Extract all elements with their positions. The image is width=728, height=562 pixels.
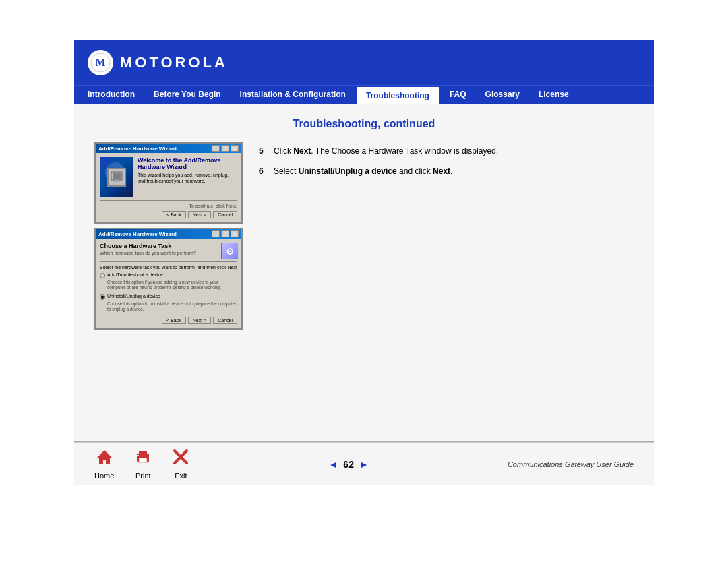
home-icon xyxy=(96,448,113,470)
step-6-number: 6 xyxy=(259,165,268,177)
nav-item-introduction[interactable]: Introduction xyxy=(78,86,144,104)
step-6-text: Select Uninstall/Unplug a device and cli… xyxy=(274,165,452,177)
print-label: Print xyxy=(135,472,151,480)
dialog2-option2-label: Uninstall/Unplug a device xyxy=(107,294,160,299)
dialog1-footer-note: To continue, click Next. xyxy=(100,204,237,208)
dialog2-option2[interactable]: Uninstall/Unplug a device xyxy=(100,294,237,300)
content-area: Troubleshooting, continued Add/Remove Ha… xyxy=(74,104,654,441)
page-number: 62 xyxy=(343,459,354,470)
dialog1-buttons: < Back Next > Cancel xyxy=(100,211,237,218)
svg-text:⚙: ⚙ xyxy=(226,246,235,257)
motorola-logo-symbol: M xyxy=(88,50,113,75)
dialog2-option2-sub: Choose this option to uninstall a device… xyxy=(107,301,237,313)
nav-item-before-you-begin[interactable]: Before You Begin xyxy=(144,86,231,104)
dialog2-separator xyxy=(100,261,237,262)
nav-item-faq[interactable]: FAQ xyxy=(440,86,476,104)
dialog1-titlebar-buttons: _ □ × xyxy=(212,145,239,152)
dialog1-back-button[interactable]: < Back xyxy=(162,211,186,218)
dialog2-title: Add/Remove Hardware Wizard xyxy=(98,231,177,237)
footer-center: ◄ 62 ► xyxy=(328,459,368,470)
home-label: Home xyxy=(94,472,114,480)
dialog1-title: Add/Remove Hardware Wizard xyxy=(98,146,177,152)
step-6-bold1: Uninstall/Unplug a device xyxy=(299,166,397,176)
dialog2-subtitle: Which hardware task do you want to perfo… xyxy=(100,251,196,255)
step-6: 6 Select Uninstall/Unplug a device and c… xyxy=(259,165,634,177)
dialog1-header-area: Welcome to the Add/Remove Hardware Wizar… xyxy=(100,157,237,197)
maximize-button[interactable]: □ xyxy=(221,145,229,152)
exit-nav-item[interactable]: Exit xyxy=(172,448,189,480)
dialog1-body: Welcome to the Add/Remove Hardware Wizar… xyxy=(96,153,241,222)
dialog2-instruction: Select the hardware task you want to per… xyxy=(100,265,237,270)
dialog1-body-text: This wizard helps you add, remove, unplu… xyxy=(138,172,237,184)
dialog2: Add/Remove Hardware Wizard _ □ × Choose … xyxy=(94,228,243,330)
dialog1-wizard-icon xyxy=(100,157,133,197)
dialog1-inner-icon xyxy=(107,168,126,187)
svg-rect-9 xyxy=(139,451,147,456)
page-container: M MOTOROLA Introduction Before You Begin… xyxy=(74,40,654,485)
dialog2-next-button[interactable]: Next > xyxy=(188,317,211,324)
dialog2-buttons: < Back Next > Cancel xyxy=(100,317,237,324)
dialog1-titlebar: Add/Remove Hardware Wizard _ □ × xyxy=(96,144,241,153)
print-icon xyxy=(134,448,152,470)
home-nav-item[interactable]: Home xyxy=(94,448,114,480)
svg-rect-11 xyxy=(137,455,139,456)
dialog2-close-button[interactable]: × xyxy=(231,230,239,237)
next-page-button[interactable]: ► xyxy=(359,459,369,470)
prev-page-button[interactable]: ◄ xyxy=(328,459,338,470)
dialog2-option1[interactable]: Add/Troubleshoot a device xyxy=(100,272,237,278)
footer-left: Home Print xyxy=(94,448,189,480)
svg-rect-4 xyxy=(114,180,119,181)
dialog2-minimize-button[interactable]: _ xyxy=(212,230,220,237)
dialog2-radio2[interactable] xyxy=(100,294,105,300)
header: M MOTOROLA xyxy=(74,40,654,85)
dialog2-option1-label: Add/Troubleshoot a device xyxy=(107,272,163,277)
dialog2-titlebar-buttons: _ □ × xyxy=(212,230,239,237)
dialog1-next-button[interactable]: Next > xyxy=(188,211,211,218)
page-title: Troubleshooting, continued xyxy=(94,118,634,130)
nav-bar: Introduction Before You Begin Installati… xyxy=(74,85,654,104)
dialog2-wizard-icon: ⚙ xyxy=(221,243,237,259)
svg-text:M: M xyxy=(95,57,105,68)
dialog2-back-button[interactable]: < Back xyxy=(162,317,186,324)
dialog1-text-area: Welcome to the Add/Remove Hardware Wizar… xyxy=(138,157,237,197)
step-5-text: Click Next. The Choose a Hardware Task w… xyxy=(274,145,498,157)
dialog2-body: Choose a Hardware Task Which hardware ta… xyxy=(96,239,241,328)
svg-rect-10 xyxy=(139,458,147,462)
nav-item-glossary[interactable]: Glossary xyxy=(476,86,529,104)
nav-item-troubleshooting[interactable]: Troubleshooting xyxy=(355,86,440,104)
content-body: Add/Remove Hardware Wizard _ □ × xyxy=(94,142,634,330)
print-nav-item[interactable]: Print xyxy=(134,448,152,480)
dialog2-titlebar: Add/Remove Hardware Wizard _ □ × xyxy=(96,229,241,239)
svg-marker-7 xyxy=(97,450,112,464)
footer: Home Print xyxy=(74,442,654,485)
dialog1-separator xyxy=(100,200,237,201)
dialog2-cancel-button[interactable]: Cancel xyxy=(213,317,237,324)
dialog1: Add/Remove Hardware Wizard _ □ × xyxy=(94,142,243,224)
instructions-column: 5 Click Next. The Choose a Hardware Task… xyxy=(259,142,634,185)
minimize-button[interactable]: _ xyxy=(212,145,220,152)
step-5-bold: Next xyxy=(293,146,311,156)
screenshots-column: Add/Remove Hardware Wizard _ □ × xyxy=(94,142,243,330)
motorola-logo: M MOTOROLA xyxy=(88,50,228,75)
dialog2-section-label: Choose a Hardware Task xyxy=(100,243,196,249)
dialog1-cancel-button[interactable]: Cancel xyxy=(213,211,237,218)
nav-item-license[interactable]: License xyxy=(529,86,578,104)
step-5-number: 5 xyxy=(259,145,268,157)
step-5: 5 Click Next. The Choose a Hardware Task… xyxy=(259,145,634,157)
dialog2-radio1[interactable] xyxy=(100,273,105,278)
guide-title: Communications Gateway User Guide xyxy=(508,460,634,468)
exit-icon xyxy=(172,448,189,470)
nav-item-installation[interactable]: Installation & Configuration xyxy=(231,86,355,104)
svg-rect-3 xyxy=(113,173,121,179)
dialog2-section-header: Choose a Hardware Task Which hardware ta… xyxy=(100,243,196,255)
exit-label: Exit xyxy=(175,472,187,480)
dialog2-option1-sub: Choose this option if you are adding a n… xyxy=(107,280,237,291)
step-6-bold2: Next xyxy=(433,166,450,176)
motorola-wordmark: MOTOROLA xyxy=(120,54,228,71)
dialog2-maximize-button[interactable]: □ xyxy=(221,230,229,237)
close-button[interactable]: × xyxy=(231,145,239,152)
dialog1-heading: Welcome to the Add/Remove Hardware Wizar… xyxy=(138,157,237,170)
